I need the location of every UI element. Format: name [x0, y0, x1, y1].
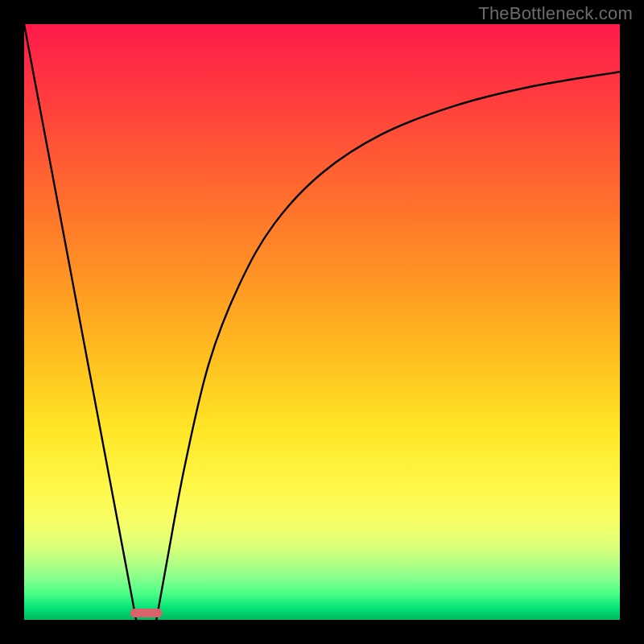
- curve-right-segment: [156, 72, 620, 620]
- curve-left-segment: [24, 24, 136, 620]
- chart-frame: TheBottleneck.com: [0, 0, 644, 644]
- optimal-range-marker: [130, 609, 163, 617]
- plot-area: [24, 24, 620, 620]
- watermark-text: TheBottleneck.com: [478, 3, 633, 24]
- chart-svg: [24, 24, 620, 620]
